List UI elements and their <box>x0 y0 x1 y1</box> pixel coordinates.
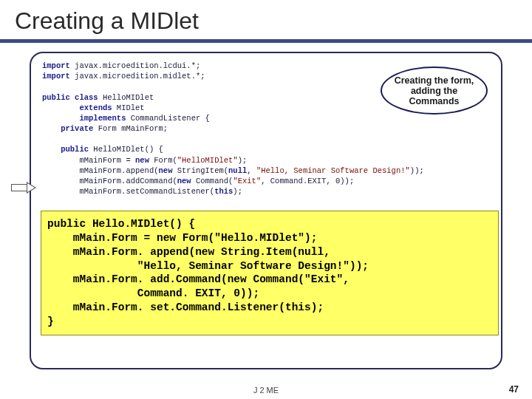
highlighted-code: public Hello.MIDlet() { mMain.Form = new… <box>41 211 499 335</box>
page-number: 47 <box>509 384 519 395</box>
title-bar: Creating a MIDlet <box>0 0 532 43</box>
arrow-icon <box>11 183 37 193</box>
slide: Creating a MIDlet import javax.microedit… <box>0 0 532 399</box>
callout-bubble: Creating the form, adding the Commands <box>381 66 488 115</box>
callout-text: Creating the form, adding the Commands <box>389 75 479 106</box>
slide-title: Creating a MIDlet <box>15 7 517 35</box>
footer-label: J 2 ME <box>253 386 279 395</box>
